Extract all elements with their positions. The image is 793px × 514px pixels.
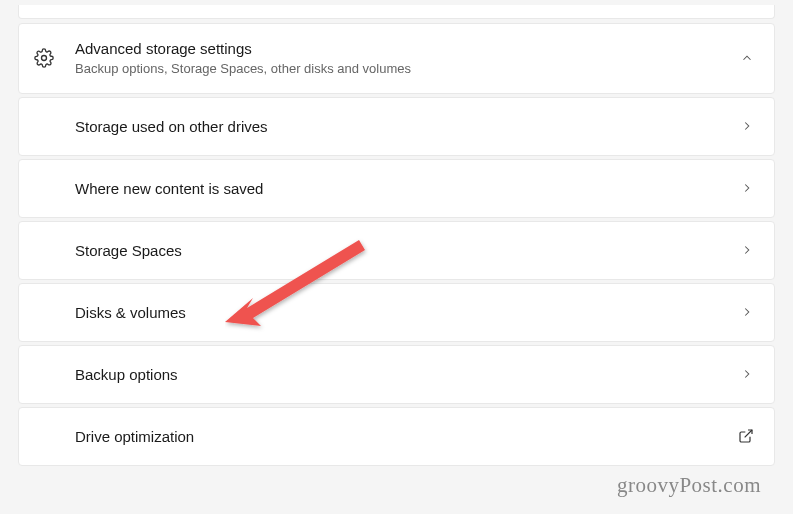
item-label: Drive optimization <box>75 428 738 445</box>
svg-point-0 <box>42 56 47 61</box>
previous-section-stub <box>18 5 775 19</box>
chevron-up-icon <box>740 51 754 65</box>
chevron-right-icon <box>740 367 754 381</box>
item-storage-other-drives[interactable]: Storage used on other drives <box>18 97 775 156</box>
chevron-right-icon <box>740 305 754 319</box>
item-where-new-content[interactable]: Where new content is saved <box>18 159 775 218</box>
watermark: groovyPost.com <box>617 473 761 498</box>
section-subtitle: Backup options, Storage Spaces, other di… <box>75 60 740 78</box>
item-label: Storage Spaces <box>75 242 740 259</box>
section-title: Advanced storage settings <box>75 39 740 59</box>
advanced-storage-header[interactable]: Advanced storage settings Backup options… <box>18 23 775 94</box>
chevron-right-icon <box>740 181 754 195</box>
item-storage-spaces[interactable]: Storage Spaces <box>18 221 775 280</box>
svg-line-1 <box>745 430 752 437</box>
gear-icon <box>33 47 55 69</box>
item-drive-optimization[interactable]: Drive optimization <box>18 407 775 466</box>
chevron-right-icon <box>740 119 754 133</box>
section-text: Advanced storage settings Backup options… <box>75 39 740 78</box>
open-external-icon <box>738 428 754 444</box>
item-label: Storage used on other drives <box>75 118 740 135</box>
chevron-right-icon <box>740 243 754 257</box>
item-label: Disks & volumes <box>75 304 740 321</box>
item-label: Backup options <box>75 366 740 383</box>
item-backup-options[interactable]: Backup options <box>18 345 775 404</box>
item-label: Where new content is saved <box>75 180 740 197</box>
item-disks-volumes[interactable]: Disks & volumes <box>18 283 775 342</box>
